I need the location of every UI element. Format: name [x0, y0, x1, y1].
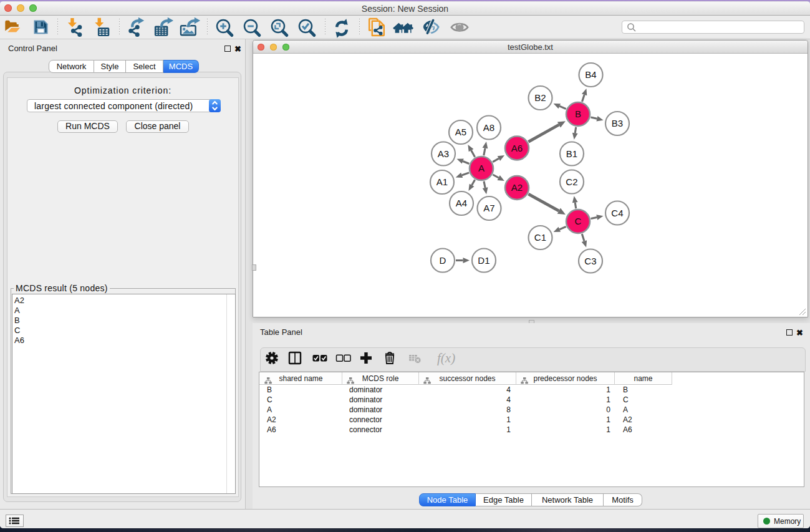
- svg-text:C2: C2: [566, 177, 578, 187]
- svg-text:B3: B3: [612, 118, 624, 128]
- svg-text:A2: A2: [511, 182, 523, 193]
- svg-text:C3: C3: [584, 256, 597, 266]
- svg-text:B: B: [575, 109, 581, 119]
- svg-text:A7: A7: [483, 203, 495, 213]
- svg-text:B4: B4: [585, 69, 597, 80]
- svg-text:f(x): f(x): [437, 351, 455, 365]
- svg-text:A4: A4: [456, 198, 468, 208]
- svg-text:C: C: [574, 216, 581, 226]
- svg-text:B2: B2: [534, 92, 546, 103]
- svg-text:A: A: [478, 163, 485, 173]
- svg-text:D1: D1: [478, 255, 490, 266]
- svg-text:C1: C1: [534, 232, 547, 243]
- svg-text:C4: C4: [611, 208, 624, 218]
- svg-text:A3: A3: [438, 148, 450, 159]
- svg-text:D: D: [439, 255, 446, 266]
- svg-text:A5: A5: [455, 127, 467, 137]
- svg-text:A6: A6: [511, 143, 523, 153]
- svg-text:B1: B1: [566, 148, 578, 159]
- svg-text:A1: A1: [436, 177, 448, 187]
- svg-text:A8: A8: [483, 122, 495, 133]
